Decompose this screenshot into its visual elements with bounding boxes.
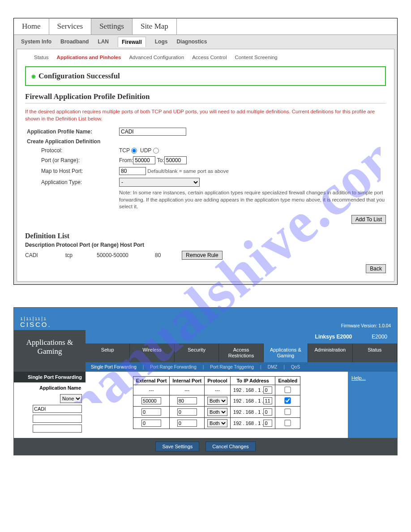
remove-rule-button[interactable]: Remove Rule — [182, 251, 223, 260]
top-bar: ı|ıı|ıı|ı CISCO. Firmware Version: 1.0.0… — [14, 308, 397, 330]
subtab-broadband[interactable]: Broadband — [60, 39, 89, 45]
stab-qos[interactable]: QoS — [289, 365, 302, 369]
ipprefix-3: 192 . 168 . 1 . — [233, 420, 263, 426]
subtab-systeminfo[interactable]: System Info — [21, 39, 51, 45]
tab-sitemap[interactable]: Site Map — [133, 18, 177, 34]
iplast-0[interactable] — [263, 386, 272, 394]
maphost-label: Map to Host Port: — [25, 168, 119, 174]
udp-radio[interactable] — [153, 148, 159, 154]
tcp-radio[interactable] — [131, 148, 137, 154]
tcp-label: TCP — [119, 147, 130, 154]
model-name: Linksys E2000 — [305, 334, 362, 340]
appname-select[interactable]: None — [60, 394, 82, 403]
main-panel: Status Applications and Pinholes Advance… — [17, 49, 394, 282]
subtab-diagnostics[interactable]: Diagnostics — [176, 39, 207, 45]
mtab-appsgaming[interactable]: Applications & Gaming — [264, 343, 308, 362]
apptype-select[interactable]: - — [119, 178, 200, 187]
mtab-setup[interactable]: Setup — [86, 343, 130, 362]
port-to-input[interactable] — [164, 156, 187, 164]
from-label: From: — [119, 157, 133, 163]
pnav-access[interactable]: Access Control — [192, 55, 227, 60]
subtab-logs[interactable]: Logs — [155, 39, 168, 45]
proto-0: --- — [205, 385, 231, 395]
appname-label: Application Name — [16, 384, 84, 393]
main-tabs: Setup Wireless Security Access Restricti… — [86, 343, 397, 362]
subtab-firewall[interactable]: Firewall — [118, 37, 146, 47]
port-from-input[interactable] — [133, 156, 155, 164]
ext-3[interactable] — [141, 420, 161, 427]
ext-1[interactable] — [141, 397, 161, 404]
iplast-1[interactable] — [263, 397, 272, 404]
proto-1[interactable]: Both — [207, 397, 227, 405]
int-2[interactable] — [177, 408, 197, 416]
udp-label: UDP — [140, 147, 151, 154]
apptype-note: Note: In some rare instances, certain ap… — [119, 189, 386, 210]
page-description: If the desired application requires mult… — [25, 108, 386, 122]
tab-home[interactable]: Home — [14, 18, 49, 34]
router-2wire-window: Home Services Settings Site Map System I… — [13, 18, 398, 285]
pnav-pinholes[interactable]: Applications and Pinholes — [57, 55, 121, 60]
pnav-advanced[interactable]: Advanced Configuration — [129, 55, 184, 60]
to-label: To: — [157, 157, 164, 163]
th-intport: Internal Port — [170, 377, 205, 385]
table-header-row: External Port Internal Port Protocol To … — [133, 377, 300, 385]
add-to-list-button[interactable]: Add To List — [351, 215, 386, 224]
fwd-row-1: Both 192 . 168 . 1 . — [133, 395, 300, 407]
ipprefix-1: 192 . 168 . 1 . — [233, 398, 263, 403]
int-3[interactable] — [177, 420, 197, 427]
enabled-3[interactable] — [285, 420, 291, 426]
sub-tabs: System Info Broadband LAN Firewall Logs … — [17, 35, 394, 49]
mtab-admin[interactable]: Administration — [308, 343, 352, 362]
forwarding-table-area: External Port Internal Port Protocol To … — [86, 372, 348, 438]
mtab-security[interactable]: Security — [175, 343, 219, 362]
back-button[interactable]: Back — [366, 264, 386, 273]
model-bar: Linksys E2000 E2000 — [86, 330, 397, 343]
save-button[interactable]: Save Settings — [155, 442, 199, 451]
ext-2[interactable] — [141, 408, 161, 416]
iplast-3[interactable] — [263, 420, 272, 427]
deflist-row: CADI tcp 50000-50000 80 Remove Rule — [25, 251, 386, 260]
enabled-0[interactable] — [285, 386, 291, 393]
proto-3[interactable]: Both — [207, 419, 227, 427]
tab-services[interactable]: Services — [49, 18, 92, 34]
section-title: Applications & Gaming — [14, 330, 86, 365]
apptype-label: Application Type: — [25, 179, 119, 185]
enabled-1[interactable] — [285, 397, 291, 403]
forwarding-table: External Port Internal Port Protocol To … — [133, 376, 300, 429]
deflist-title: Definition List — [25, 232, 386, 240]
proto-2[interactable]: Both — [207, 408, 227, 416]
mtab-wireless[interactable]: Wireless — [130, 343, 174, 362]
rule-host: 80 — [155, 252, 168, 258]
rule-desc: CADI — [25, 252, 52, 258]
ipprefix-0: 192 . 168 . 1 . — [233, 387, 263, 393]
int-0: --- — [170, 385, 205, 395]
th-extport: External Port — [133, 377, 169, 385]
maphost-hint: Default/blank = same port as above — [147, 168, 228, 174]
pnav-content[interactable]: Content Screening — [235, 55, 277, 60]
iplast-2[interactable] — [263, 408, 272, 416]
enabled-2[interactable] — [285, 408, 291, 415]
th-proto: Protocol — [205, 377, 231, 385]
ipprefix-2: 192 . 168 . 1 . — [233, 409, 263, 415]
sidebar: Single Port Forwarding Application Name … — [14, 372, 86, 438]
protocol-label: Protocol: — [25, 147, 119, 154]
appname-input-2[interactable] — [33, 415, 82, 423]
stab-trigger[interactable]: Port Range Triggering — [208, 365, 256, 369]
deflist-headers: Description Protocol Port (or Range) Hos… — [25, 242, 386, 248]
cancel-button[interactable]: Cancel Changes — [206, 442, 255, 451]
stab-dmz[interactable]: DMZ — [266, 365, 279, 369]
pnav-status[interactable]: Status — [34, 55, 49, 60]
maphost-input[interactable] — [119, 167, 146, 175]
stab-single[interactable]: Single Port Forwarding — [89, 365, 138, 369]
tab-settings[interactable]: Settings — [91, 18, 133, 34]
subtab-lan[interactable]: LAN — [98, 39, 109, 45]
profile-name-input[interactable] — [119, 128, 186, 136]
mtab-access[interactable]: Access Restrictions — [219, 343, 263, 362]
profile-name-label: Application Profile Name: — [25, 129, 119, 135]
help-link[interactable]: Help... — [351, 375, 366, 381]
int-1[interactable] — [177, 397, 197, 404]
appname-input-3[interactable] — [33, 425, 82, 433]
stab-range[interactable]: Port Range Forwarding — [148, 365, 198, 369]
mtab-status[interactable]: Status — [353, 343, 397, 362]
appname-input-1[interactable] — [33, 405, 82, 413]
